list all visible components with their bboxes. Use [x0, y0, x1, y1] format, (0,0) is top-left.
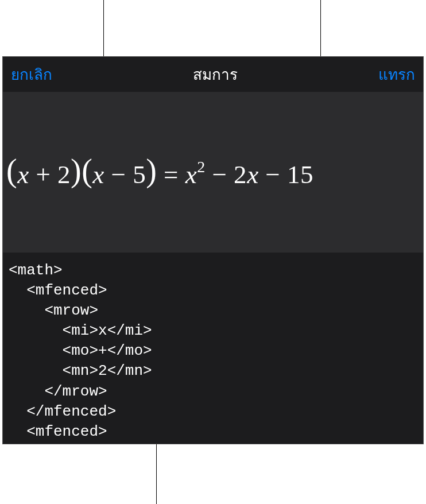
mathml-code-input[interactable]: <math> <mfenced> <mrow> <mi>x</mi> <mo>+… — [3, 253, 423, 444]
code-line: <math> — [9, 262, 63, 279]
panel-header: ยกเลิก สมการ แทรก — [3, 57, 423, 92]
code-line: <mi>x</mi> — [9, 322, 152, 339]
insert-button[interactable]: แทรก — [378, 63, 415, 86]
cancel-button[interactable]: ยกเลิก — [11, 63, 52, 86]
callout-line-code — [156, 444, 157, 504]
code-line: <mrow> — [9, 302, 98, 319]
equation-rendered: (x + 2)(x − 5) = x2 − 2x − 15 — [6, 154, 313, 191]
equation-preview: (x + 2)(x − 5) = x2 − 2x − 15 — [3, 92, 423, 253]
code-line: <mrow> — [9, 443, 98, 444]
panel-title: สมการ — [193, 63, 238, 86]
code-line: <mfenced> — [9, 282, 107, 299]
equation-editor-panel: ยกเลิก สมการ แทรก (x + 2)(x − 5) = x2 − … — [2, 56, 424, 444]
code-line: </mfenced> — [9, 403, 116, 420]
callout-line-insert — [320, 0, 321, 62]
code-line: <mfenced> — [9, 423, 107, 440]
code-line: </mrow> — [9, 383, 107, 400]
code-line: <mn>2</mn> — [9, 362, 152, 379]
code-line: <mo>+</mo> — [9, 342, 152, 359]
